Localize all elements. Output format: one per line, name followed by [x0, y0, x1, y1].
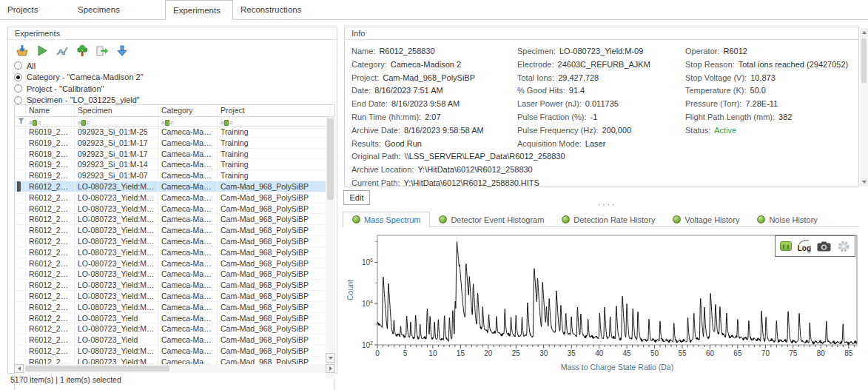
column-header-name[interactable]: Name: [26, 105, 75, 116]
range-icon[interactable]: [780, 241, 792, 251]
log-scale-toggle[interactable]: Log: [798, 240, 811, 252]
row-indicator-cell: [15, 225, 26, 235]
column-header-specimen[interactable]: Specimen: [75, 105, 158, 116]
tab-projects[interactable]: Projects: [0, 0, 70, 20]
chart-tab-detector-event-histogram[interactable]: Detector Event Histogram: [430, 212, 553, 227]
row-name: R6012_258795: [26, 334, 75, 345]
info-field: Run Time (hh:mm):2:07: [351, 112, 441, 121]
export-icon[interactable]: [95, 44, 110, 58]
info-field: Specimen:LO-080723_Yield:M-09: [517, 47, 643, 56]
column-header-project[interactable]: Project: [218, 105, 330, 116]
table-hscroll-right-icon[interactable]: [326, 364, 335, 373]
filter-radio-all[interactable]: All: [14, 60, 36, 71]
x-tick-label: 55: [678, 349, 687, 357]
info-field-value: -1: [591, 112, 598, 121]
x-tick-label: 10: [428, 349, 437, 357]
tree-view-icon[interactable]: [75, 44, 90, 58]
tab-specimens[interactable]: Specimens: [70, 0, 165, 20]
settings-gear-icon[interactable]: [837, 240, 850, 253]
info-field-value: Y:\HitData\6012\R6012_258830.HITS: [403, 178, 539, 187]
run-experiment-icon[interactable]: [35, 44, 50, 58]
table-row[interactable]: R6019_261061092923_Si_01:M-07Cameca-Madi…: [15, 170, 334, 181]
calibrate-icon[interactable]: [55, 44, 70, 58]
row-indicator-cell: [15, 346, 26, 356]
row-project: Cam-Mad_968_PolySiBP: [218, 302, 330, 312]
x-tick-label: 40: [595, 349, 604, 357]
table-row[interactable]: R6012_258830LO-080723_Yield:M-09Cameca-M…: [15, 181, 334, 192]
tab-reconstructions[interactable]: Reconstructions: [233, 0, 329, 20]
chart-tab-mass-spectrum[interactable]: Mass Spectrum: [343, 212, 430, 227]
table-row[interactable]: R6019_261065092923_Si_01:M-25Cameca-Madi…: [15, 127, 334, 138]
row-category: Cameca-Madison...: [158, 302, 218, 312]
x-tick-label: 5: [403, 349, 408, 357]
row-category: Cameca-Madison...: [158, 127, 218, 137]
filter-cell-project[interactable]: ac: [218, 117, 330, 126]
table-hscroll-thumb[interactable]: [25, 366, 169, 371]
filter-cell-name[interactable]: ac: [26, 117, 75, 126]
table-row[interactable]: R6012_258825LO-080723_Yield:M-12Cameca-M…: [15, 225, 334, 236]
table-row[interactable]: R6012_258823LO-080723_Yield:M-07Cameca-M…: [15, 247, 334, 258]
chart-tab-ball-icon: [562, 215, 570, 223]
table-row[interactable]: R6012_258795LO-080723_YieldCameca-Madiso…: [15, 334, 334, 346]
abc-filter-icon: ac: [221, 118, 232, 126]
filter-radio-category[interactable]: Category - "Cameca-Madison 2": [14, 72, 144, 83]
row-category: Cameca-Madison...: [158, 334, 218, 345]
table-row[interactable]: R6012_258821LO-080723_Yield:M-03Cameca-M…: [15, 269, 334, 280]
table-row[interactable]: R6012_258800LO-080723_Yield:M-10Cameca-M…: [15, 291, 334, 302]
info-vscroll-up-icon[interactable]: [860, 28, 868, 37]
table-vscroll-down-icon[interactable]: [326, 353, 335, 363]
import-experiment-icon[interactable]: [15, 44, 30, 58]
table-row[interactable]: R6012_258796LO-080723_Yield:M-01Cameca-M…: [15, 323, 334, 334]
table-vscroll-thumb[interactable]: [327, 118, 334, 200]
table-hscroll-left-icon[interactable]: [14, 364, 24, 373]
row-name: R6019_261061: [26, 170, 75, 181]
x-tick-label: 20: [484, 349, 493, 357]
table-row[interactable]: R6012_258828LO-080723_Yield:M-13Cameca-M…: [15, 192, 334, 204]
info-field: % Good Hits:91.4: [517, 86, 585, 95]
info-field-value: Active: [714, 126, 736, 135]
info-field-label: Category:: [351, 60, 387, 69]
info-field-value: R6012_258830: [379, 47, 434, 56]
filter-cell-specimen[interactable]: ac: [75, 117, 158, 126]
tab-experiments[interactable]: Experiments: [165, 0, 233, 20]
row-name: R6012_258825: [26, 225, 75, 235]
info-field: Stop Reason:Total ions reached (29427052…: [685, 60, 848, 69]
table-row[interactable]: R6012_258794LO-080723_Yield:M-01Cameca-M…: [15, 346, 334, 357]
info-field: Results:Good Run: [351, 139, 422, 148]
filter-cell-category[interactable]: ac: [158, 117, 218, 126]
row-project: Training: [218, 149, 330, 159]
row-category: Cameca-Madison...: [158, 346, 218, 356]
row-name: R6012_258824: [26, 236, 75, 246]
table-row[interactable]: R6012_258826LO-080723_Yield:M-08Cameca-M…: [15, 214, 334, 225]
row-indicator-cell: [15, 291, 26, 301]
info-field-label: Run Time (hh:mm):: [351, 112, 421, 121]
info-vscroll-down-icon[interactable]: [860, 178, 868, 186]
info-field-value: Total ions reached (29427052): [739, 60, 849, 69]
table-row[interactable]: R6019_261063092923_Si_01:M-17Cameca-Madi…: [15, 149, 334, 160]
info-field-label: Archive Location:: [351, 165, 414, 174]
edit-button[interactable]: Edit: [343, 190, 370, 205]
table-row[interactable]: R6019_261062092923_Si_01:M-14Cameca-Madi…: [15, 159, 334, 170]
table-row[interactable]: R6012_258827LO-080723_Yield:M-05Cameca-M…: [15, 204, 334, 215]
table-row[interactable]: R6012_258822LO-080723_Yield:M-11Cameca-M…: [15, 258, 334, 269]
row-specimen: 092923_Si_01:M-17: [75, 149, 158, 159]
camera-icon[interactable]: [817, 241, 831, 252]
panel-splitter-handle[interactable]: ····: [562, 198, 651, 209]
table-row[interactable]: R6012_258820LO-080723_Yield:M-06Cameca-M…: [15, 280, 334, 291]
row-indicator-cell: [15, 258, 26, 269]
info-field: Archive Date:8/16/2023 9:58:58 AM: [351, 126, 484, 135]
table-row[interactable]: R6012_258799LO-080723_Yield:M-02Cameca-M…: [15, 302, 334, 313]
row-name: R6012_258821: [26, 269, 75, 279]
table-row[interactable]: R6012_258824LO-080723_Yield:M-04Cameca-M…: [15, 236, 334, 247]
table-row[interactable]: R6012_258797LO-080723_YieldCameca-Madiso…: [15, 313, 334, 324]
chart-tab-voltage-history[interactable]: Voltage History: [664, 212, 748, 227]
info-vscroll-thumb[interactable]: [861, 38, 867, 83]
download-icon[interactable]: [115, 44, 129, 58]
chart-tab-detection-rate-history[interactable]: Detection Rate History: [553, 212, 664, 227]
table-row[interactable]: R6019_261064092923_Si_01:M-17Cameca-Madi…: [15, 138, 334, 149]
info-field-label: Project:: [351, 73, 379, 82]
column-header-category[interactable]: Category: [158, 105, 218, 116]
filter-radio-project[interactable]: Project - "Calibration": [14, 83, 104, 94]
filter-funnel-icon[interactable]: [15, 117, 26, 126]
chart-tab-noise-history[interactable]: Noise History: [748, 212, 826, 227]
